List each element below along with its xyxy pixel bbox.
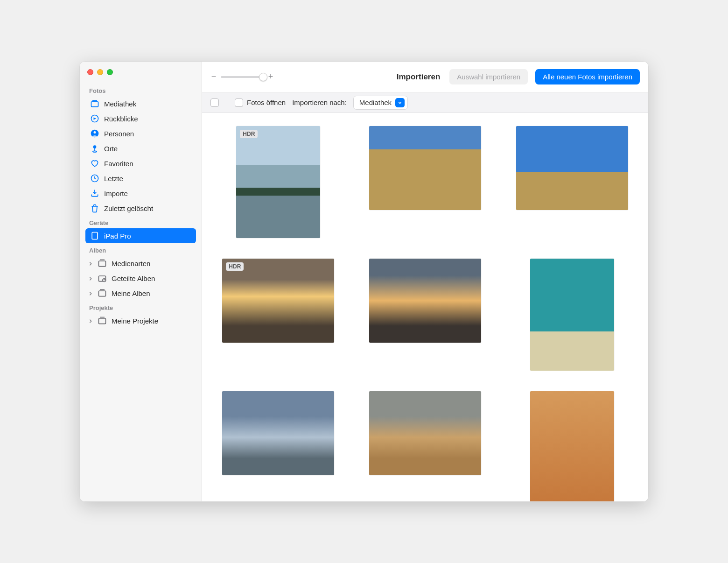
photo-stack-icon <box>90 99 99 108</box>
svg-point-11 <box>104 279 105 280</box>
svg-rect-12 <box>99 291 106 296</box>
main-content: − + Importieren Auswahl importieren Alle… <box>202 62 648 501</box>
chevron-right-icon <box>88 274 94 282</box>
photo-thumbnail[interactable] <box>530 259 614 371</box>
chevron-right-icon <box>88 289 94 297</box>
open-photos-option[interactable]: Fotos öffnen <box>235 99 286 107</box>
chevron-right-icon <box>88 260 94 267</box>
sidebar-item-memories[interactable]: Rückblicke <box>85 111 196 126</box>
map-pin-icon <box>90 144 99 153</box>
sidebar-section-photos: Fotos <box>85 84 196 96</box>
minimize-window-button[interactable] <box>97 69 103 75</box>
import-destination-select[interactable]: Mediathek <box>353 96 408 110</box>
svg-rect-8 <box>99 261 106 267</box>
sidebar-item-trash[interactable]: Zuletzt gelöscht <box>85 201 196 216</box>
import-all-button[interactable]: Alle neuen Fotos importieren <box>535 69 640 84</box>
sidebar-section-devices: Geräte <box>85 216 196 228</box>
sidebar-item-recent[interactable]: Letzte <box>85 171 196 186</box>
photo-thumbnail[interactable] <box>369 126 481 210</box>
sidebar-item-favorites[interactable]: Favoriten <box>85 156 196 171</box>
sidebar-item-label: Medienarten <box>112 260 150 267</box>
zoom-control[interactable]: − + <box>210 72 274 82</box>
chevron-down-icon <box>395 98 405 107</box>
sidebar-item-shared[interactable]: Geteilte Alben <box>85 271 196 286</box>
zoom-slider-knob[interactable] <box>259 73 267 81</box>
heart-icon <box>90 159 99 168</box>
open-photos-label: Fotos öffnen <box>247 99 286 106</box>
select-all-checkbox[interactable] <box>210 99 219 107</box>
chevron-right-icon <box>88 317 94 325</box>
svg-point-10 <box>103 279 106 282</box>
sidebar-item-label: Mediathek <box>104 100 136 108</box>
svg-rect-13 <box>99 318 106 324</box>
hdr-badge: HDR <box>226 262 244 271</box>
sidebar-section-projects: Projekte <box>85 301 196 313</box>
sidebar-item-myalbums[interactable]: Meine Alben <box>85 286 196 301</box>
sidebar-item-places[interactable]: Orte <box>85 141 196 156</box>
photo-thumbnail[interactable] <box>516 126 628 210</box>
person-circle-icon <box>90 129 99 138</box>
zoom-in-icon[interactable]: + <box>267 72 274 82</box>
thumbnail-grid: HDRHDR <box>211 126 639 501</box>
window-controls <box>85 68 196 84</box>
import-destination-value: Mediathek <box>359 99 392 106</box>
sidebar-section-albums: Alben <box>85 243 196 256</box>
sidebar-item-label: Favoriten <box>104 160 133 168</box>
album-icon <box>98 289 107 298</box>
svg-point-4 <box>93 145 97 148</box>
svg-point-5 <box>93 151 97 152</box>
album-icon <box>98 316 107 325</box>
sidebar-item-label: iPad Pro <box>104 232 131 240</box>
photo-thumbnail[interactable]: HDR <box>222 259 334 343</box>
sidebar-item-label: Personen <box>104 130 134 138</box>
hdr-badge: HDR <box>240 130 258 138</box>
sidebar-item-label: Letzte <box>104 175 123 183</box>
zoom-out-icon[interactable]: − <box>210 72 217 82</box>
ipad-icon <box>90 231 99 240</box>
import-selection-button[interactable]: Auswahl importieren <box>449 69 528 84</box>
sidebar-item-label: Meine Projekte <box>112 317 158 325</box>
trash-icon <box>90 204 99 213</box>
open-photos-checkbox[interactable] <box>235 99 243 107</box>
sidebar-item-label: Orte <box>104 145 118 153</box>
svg-point-3 <box>94 131 96 134</box>
toolbar: − + Importieren Auswahl importieren Alle… <box>202 62 648 92</box>
sidebar-item-label: Rückblicke <box>104 115 138 123</box>
sidebar-item-label: Meine Alben <box>112 289 150 297</box>
download-icon <box>90 189 99 198</box>
import-to-label: Importieren nach: <box>292 99 347 106</box>
photo-thumbnail[interactable] <box>222 391 334 475</box>
photo-thumbnail[interactable] <box>369 391 481 475</box>
sidebar-item-people[interactable]: Personen <box>85 126 196 141</box>
photo-thumbnail[interactable] <box>530 391 614 501</box>
sidebar-item-ipad[interactable]: iPad Pro <box>85 228 196 243</box>
album-icon <box>98 259 107 268</box>
app-window: Fotos Mediathek Rückblicke Personen Orte <box>79 61 649 502</box>
sidebar-item-mediatypes[interactable]: Medienarten <box>85 256 196 271</box>
sidebar-item-label: Importe <box>104 190 128 197</box>
fullscreen-window-button[interactable] <box>107 69 113 75</box>
svg-rect-7 <box>92 232 98 239</box>
sidebar-item-label: Geteilte Alben <box>112 274 155 282</box>
sidebar-item-myprojects[interactable]: Meine Projekte <box>85 313 196 328</box>
zoom-slider[interactable] <box>221 76 264 78</box>
photo-thumbnail[interactable] <box>369 259 481 343</box>
photo-thumbnail[interactable]: HDR <box>236 126 320 238</box>
sidebar-item-label: Zuletzt gelöscht <box>104 204 153 212</box>
svg-rect-0 <box>91 102 98 107</box>
close-window-button[interactable] <box>87 69 93 75</box>
sidebar-item-imports[interactable]: Importe <box>85 186 196 201</box>
memories-icon <box>90 114 99 123</box>
sidebar-item-library[interactable]: Mediathek <box>85 96 196 111</box>
thumbnail-grid-scroll[interactable]: HDRHDR <box>202 113 648 501</box>
sidebar: Fotos Mediathek Rückblicke Personen Orte <box>80 62 202 501</box>
clock-icon <box>90 174 99 183</box>
shared-album-icon <box>98 274 107 283</box>
options-bar: Fotos öffnen Importieren nach: Mediathek <box>202 92 648 113</box>
page-title: Importieren <box>397 72 441 82</box>
